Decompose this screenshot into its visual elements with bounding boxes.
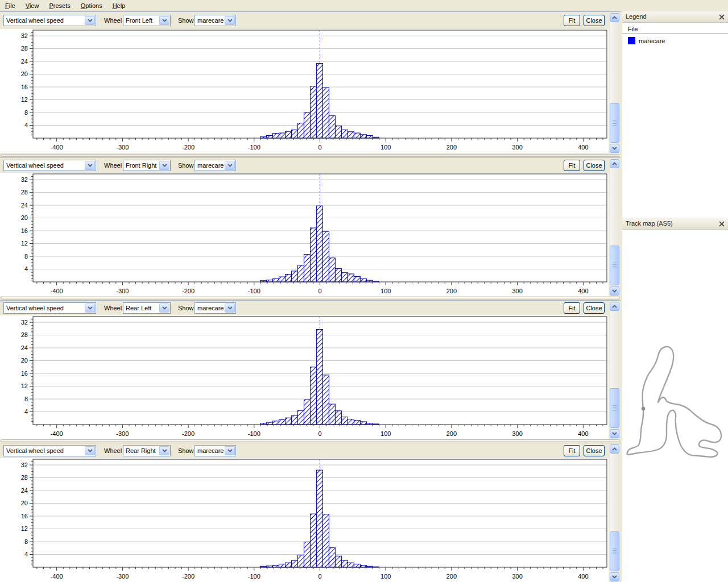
close-button[interactable]: Close <box>584 302 605 314</box>
menu-options[interactable]: Options <box>76 1 107 10</box>
close-icon[interactable] <box>718 13 726 21</box>
scroll-up-button[interactable] <box>610 302 619 311</box>
signal-select[interactable]: Vertical wheel speed <box>3 15 96 26</box>
legend-title: Legend <box>626 13 647 20</box>
svg-text:4: 4 <box>24 122 28 128</box>
wheel-label: Wheel <box>104 447 122 454</box>
chevron-down-icon[interactable] <box>225 16 235 25</box>
svg-text:100: 100 <box>380 573 391 580</box>
chevron-down-icon[interactable] <box>159 161 169 170</box>
svg-text:-100: -100 <box>248 144 260 151</box>
legend-item-marecare[interactable]: marecare <box>622 36 728 46</box>
scrollbar-thumb[interactable] <box>610 531 619 571</box>
menu-presets[interactable]: Presets <box>44 1 75 10</box>
svg-text:8: 8 <box>24 396 28 402</box>
show-select[interactable]: marecare <box>195 160 236 171</box>
show-select-value: marecare <box>197 162 224 169</box>
show-select[interactable]: marecare <box>195 445 236 456</box>
svg-text:16: 16 <box>21 513 28 519</box>
menu-help[interactable]: Help <box>107 1 131 10</box>
histogram-plot[interactable]: 48121620242832-400-300-200-1000100200300… <box>0 173 609 297</box>
svg-text:32: 32 <box>21 176 28 183</box>
histogram-plot[interactable]: 48121620242832-400-300-200-1000100200300… <box>0 315 609 439</box>
close-icon[interactable] <box>718 220 726 228</box>
histogram-plot[interactable]: 48121620242832-400-300-200-1000100200300… <box>0 29 609 153</box>
chevron-down-icon[interactable] <box>85 16 95 25</box>
svg-text:0: 0 <box>318 573 321 580</box>
scrollbar-thumb[interactable] <box>610 103 619 143</box>
wheel-select-value: Rear Left <box>126 305 151 311</box>
vertical-scrollbar[interactable] <box>610 444 619 581</box>
chevron-down-icon[interactable] <box>159 304 169 313</box>
svg-text:24: 24 <box>21 58 28 65</box>
svg-text:12: 12 <box>21 525 28 532</box>
chevron-down-icon[interactable] <box>85 304 95 313</box>
panel-splitter[interactable] <box>0 153 621 157</box>
vertical-scrollbar[interactable] <box>610 159 619 296</box>
wheel-select[interactable]: Front Left <box>123 15 171 26</box>
svg-text:12: 12 <box>21 96 28 103</box>
svg-text:24: 24 <box>21 202 28 209</box>
show-select-value: marecare <box>197 447 224 454</box>
side-panels: Legend File marecare Track map (AS5) <box>622 11 728 582</box>
svg-text:300: 300 <box>512 430 522 437</box>
vertical-scrollbar[interactable] <box>610 302 619 438</box>
svg-text:100: 100 <box>380 430 391 437</box>
svg-text:24: 24 <box>21 344 28 351</box>
svg-text:20: 20 <box>21 70 28 77</box>
svg-text:32: 32 <box>21 32 28 39</box>
scroll-up-button[interactable] <box>610 159 619 168</box>
scroll-up-button[interactable] <box>610 444 619 454</box>
fit-button[interactable]: Fit <box>564 15 580 26</box>
signal-select[interactable]: Vertical wheel speed <box>3 445 96 456</box>
scroll-down-button[interactable] <box>610 572 619 581</box>
svg-text:12: 12 <box>21 383 28 389</box>
panel-splitter[interactable] <box>0 296 621 300</box>
menu-file[interactable]: File <box>0 1 20 10</box>
scroll-down-button[interactable] <box>610 286 619 296</box>
histogram-plot[interactable]: 48121620242832-400-300-200-1000100200300… <box>0 458 609 582</box>
menu-view[interactable]: View <box>20 1 44 10</box>
scroll-down-button[interactable] <box>610 144 619 153</box>
fit-button[interactable]: Fit <box>564 445 580 456</box>
close-button[interactable]: Close <box>584 445 605 456</box>
wheel-select-value: Rear Right <box>126 447 156 454</box>
svg-text:100: 100 <box>380 144 391 151</box>
chevron-down-icon[interactable] <box>85 446 95 455</box>
chevron-down-icon[interactable] <box>225 161 235 170</box>
close-button[interactable]: Close <box>584 160 605 171</box>
wheel-select[interactable]: Front Right <box>123 160 171 171</box>
fit-button[interactable]: Fit <box>564 302 580 314</box>
chevron-down-icon[interactable] <box>159 446 169 455</box>
svg-text:-300: -300 <box>116 144 129 151</box>
scrollbar-thumb[interactable] <box>610 246 619 285</box>
show-select[interactable]: marecare <box>195 302 236 314</box>
signal-select[interactable]: Vertical wheel speed <box>3 160 96 171</box>
trackmap-title: Track map (AS5) <box>626 220 673 227</box>
signal-select[interactable]: Vertical wheel speed <box>3 302 96 314</box>
chevron-down-icon[interactable] <box>225 304 235 313</box>
wheel-select-value: Front Left <box>126 17 152 24</box>
svg-text:12: 12 <box>21 240 28 247</box>
close-button[interactable]: Close <box>584 15 605 26</box>
panel-splitter[interactable] <box>0 439 621 443</box>
chevron-down-icon[interactable] <box>225 446 235 455</box>
signal-select-value: Vertical wheel speed <box>6 447 64 454</box>
chevron-down-icon[interactable] <box>85 161 95 170</box>
svg-text:400: 400 <box>578 573 588 580</box>
fit-button[interactable]: Fit <box>564 160 580 171</box>
svg-text:-400: -400 <box>51 144 63 151</box>
wheel-select[interactable]: Rear Left <box>123 302 171 314</box>
scroll-up-button[interactable] <box>610 13 619 22</box>
scrollbar-thumb[interactable] <box>610 388 619 428</box>
scrollbar-grip-icon <box>613 405 617 411</box>
svg-text:4: 4 <box>24 408 28 415</box>
svg-text:20: 20 <box>21 500 28 506</box>
svg-text:32: 32 <box>21 462 28 468</box>
wheel-label: Wheel <box>104 305 122 311</box>
chevron-down-icon[interactable] <box>159 16 169 25</box>
vertical-scrollbar[interactable] <box>610 13 619 153</box>
wheel-select[interactable]: Rear Right <box>123 445 171 456</box>
scroll-down-button[interactable] <box>610 429 619 438</box>
show-select[interactable]: marecare <box>195 15 236 26</box>
